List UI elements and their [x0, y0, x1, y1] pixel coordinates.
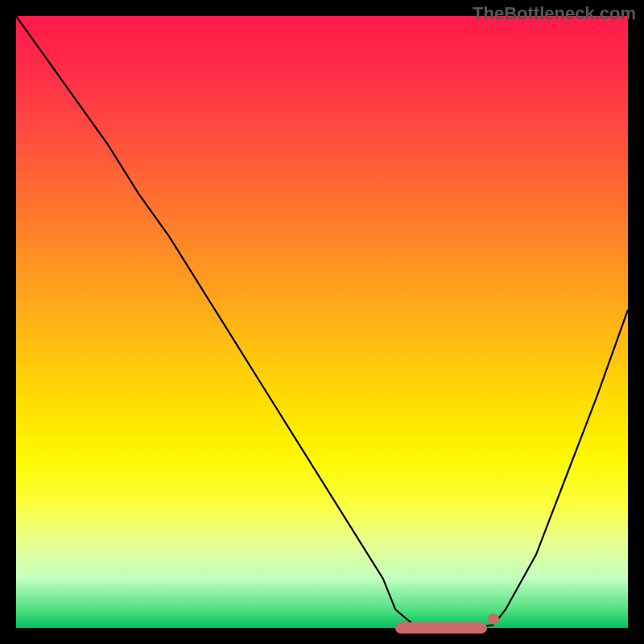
optimal-range-marker — [395, 622, 487, 634]
optimal-point-marker — [488, 613, 499, 625]
watermark-text: TheBottleneck.com — [473, 3, 636, 24]
bottleneck-curve — [16, 16, 628, 628]
